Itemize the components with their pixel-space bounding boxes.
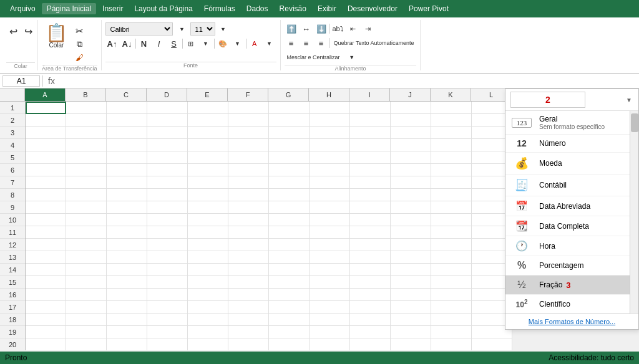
cell-J10[interactable]	[391, 214, 431, 226]
borders-expand[interactable]: ▼	[199, 37, 213, 50]
more-formats-link[interactable]: Mais Formatos de Número...	[505, 314, 638, 329]
cell-K8[interactable]	[431, 189, 472, 201]
row-number-1[interactable]: 1	[0, 102, 25, 114]
cell-I13[interactable]	[350, 251, 391, 264]
cell-D11[interactable]	[147, 226, 188, 239]
cell-G3[interactable]	[269, 127, 310, 139]
cell-C13[interactable]	[107, 251, 147, 264]
cell-K6[interactable]	[431, 164, 472, 176]
cell-H13[interactable]	[310, 251, 350, 264]
fill-expand[interactable]: ▼	[231, 37, 245, 50]
text-orientation-btn[interactable]: ab⤵	[331, 22, 345, 35]
cell-E1[interactable]	[188, 102, 228, 114]
indent-decrease-btn[interactable]: ⇤	[346, 22, 360, 35]
wrap-text-btn[interactable]: Quebrar Texto Automaticamente	[331, 37, 417, 49]
paste-button[interactable]: 📋 Colar	[42, 22, 71, 50]
cell-D13[interactable]	[147, 251, 188, 264]
cell-E5[interactable]	[188, 151, 228, 164]
format-item-data-completa[interactable]: 📆 Data Completa	[505, 216, 638, 236]
cell-H6[interactable]	[310, 164, 350, 176]
cell-K7[interactable]	[431, 176, 472, 189]
cell-A11[interactable]	[26, 226, 66, 239]
cell-K11[interactable]	[431, 226, 472, 239]
cell-C5[interactable]	[107, 151, 147, 164]
cell-I3[interactable]	[350, 127, 391, 139]
cell-I16[interactable]	[350, 289, 391, 301]
cell-F2[interactable]	[228, 114, 269, 127]
cell-H4[interactable]	[310, 139, 350, 151]
merge-center-btn[interactable]: Mesclar e Centralizar	[285, 51, 343, 64]
cell-B5[interactable]	[66, 151, 107, 164]
cell-D14[interactable]	[147, 264, 188, 276]
cell-D12[interactable]	[147, 239, 188, 251]
cell-G5[interactable]	[269, 151, 310, 164]
cell-G20[interactable]	[269, 338, 310, 350]
cell-L20[interactable]	[472, 338, 512, 350]
format-item-moeda[interactable]: 💰 Moeda	[505, 153, 638, 175]
cell-H12[interactable]	[310, 239, 350, 251]
cell-G14[interactable]	[269, 264, 310, 276]
cell-G6[interactable]	[269, 164, 310, 176]
row-number-19[interactable]: 19	[0, 326, 25, 338]
cell-I12[interactable]	[350, 239, 391, 251]
cell-E6[interactable]	[188, 164, 228, 176]
cell-C6[interactable]	[107, 164, 147, 176]
row-number-6[interactable]: 6	[0, 164, 25, 176]
cell-C9[interactable]	[107, 201, 147, 214]
cell-F7[interactable]	[228, 176, 269, 189]
menu-inserir[interactable]: Inserir	[97, 3, 128, 14]
cell-G10[interactable]	[269, 214, 310, 226]
cell-G1[interactable]	[269, 102, 310, 114]
cell-E4[interactable]	[188, 139, 228, 151]
menu-layout[interactable]: Layout da Página	[129, 3, 197, 14]
cell-B6[interactable]	[66, 164, 107, 176]
cell-E16[interactable]	[188, 289, 228, 301]
col-header-b[interactable]: B	[66, 89, 106, 101]
cell-G16[interactable]	[269, 289, 310, 301]
bold-button[interactable]: N	[137, 37, 151, 50]
cell-G11[interactable]	[269, 226, 310, 239]
row-number-4[interactable]: 4	[0, 139, 25, 151]
cell-A15[interactable]	[26, 276, 66, 289]
scrollbar-thumb[interactable]	[631, 113, 638, 132]
cell-B13[interactable]	[66, 251, 107, 264]
cell-C20[interactable]	[107, 338, 147, 350]
cell-C3[interactable]	[107, 127, 147, 139]
cell-I15[interactable]	[350, 276, 391, 289]
cell-I14[interactable]	[350, 264, 391, 276]
cell-D2[interactable]	[147, 114, 188, 127]
cell-A20[interactable]	[26, 338, 66, 350]
cell-J20[interactable]	[391, 338, 431, 350]
cell-D5[interactable]	[147, 151, 188, 164]
font-color-button[interactable]: A	[248, 37, 261, 50]
redo-button[interactable]: ↪	[21, 25, 35, 37]
cell-B18[interactable]	[66, 314, 107, 326]
cell-F16[interactable]	[228, 289, 269, 301]
cell-K10[interactable]	[431, 214, 472, 226]
cell-B16[interactable]	[66, 289, 107, 301]
cell-I18[interactable]	[350, 314, 391, 326]
cell-D1[interactable]	[147, 102, 188, 114]
cell-B3[interactable]	[66, 127, 107, 139]
cut-button[interactable]: ✂	[72, 25, 86, 37]
cell-E19[interactable]	[188, 326, 228, 338]
cell-C18[interactable]	[107, 314, 147, 326]
cell-E8[interactable]	[188, 189, 228, 201]
col-header-d[interactable]: D	[147, 89, 187, 101]
col-header-c[interactable]: C	[106, 89, 147, 101]
cell-E18[interactable]	[188, 314, 228, 326]
fill-color-button[interactable]: 🎨	[216, 37, 230, 50]
format-painter-button[interactable]: 🖌	[72, 51, 86, 64]
cell-K20[interactable]	[431, 338, 472, 350]
format-item-numero[interactable]: 12 Número	[505, 135, 638, 153]
menu-revisao[interactable]: Revisão	[275, 3, 311, 14]
cell-I4[interactable]	[350, 139, 391, 151]
scrollbar-track[interactable]	[630, 111, 638, 314]
cell-F8[interactable]	[228, 189, 269, 201]
format-item-data-abreviada[interactable]: 📅 Data Abreviada	[505, 196, 638, 216]
cell-H10[interactable]	[310, 214, 350, 226]
cell-B14[interactable]	[66, 264, 107, 276]
cell-B15[interactable]	[66, 276, 107, 289]
cell-F19[interactable]	[228, 326, 269, 338]
cell-K14[interactable]	[431, 264, 472, 276]
